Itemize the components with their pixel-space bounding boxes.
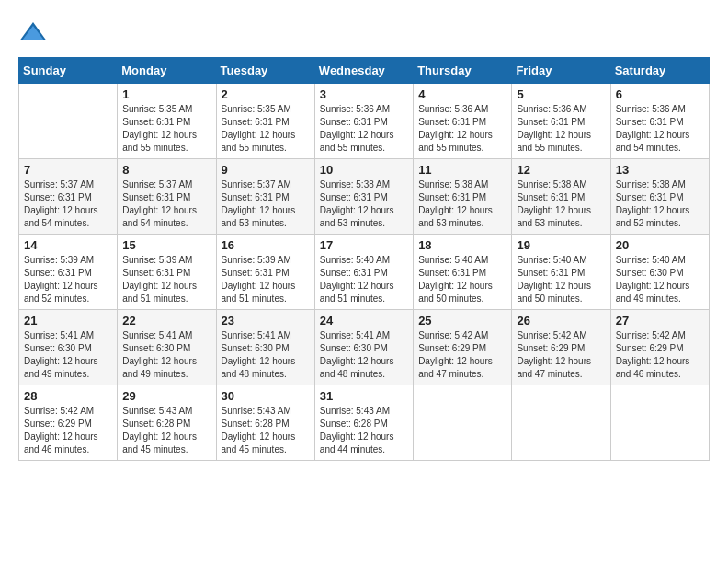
day-number: 17 xyxy=(320,238,408,252)
day-number: 31 xyxy=(320,389,408,403)
calendar-cell: 11Sunrise: 5:38 AM Sunset: 6:31 PM Dayli… xyxy=(414,159,512,235)
weekday-header: Tuesday xyxy=(216,58,314,84)
day-number: 13 xyxy=(616,163,704,177)
day-number: 5 xyxy=(517,87,605,101)
calendar-cell: 18Sunrise: 5:40 AM Sunset: 6:31 PM Dayli… xyxy=(414,235,512,310)
calendar-week-row: 1Sunrise: 5:35 AM Sunset: 6:31 PM Daylig… xyxy=(19,84,710,159)
day-detail: Sunrise: 5:35 AM Sunset: 6:31 PM Dayligh… xyxy=(222,103,310,155)
day-detail: Sunrise: 5:35 AM Sunset: 6:31 PM Dayligh… xyxy=(122,103,210,155)
day-number: 29 xyxy=(122,389,210,403)
day-number: 8 xyxy=(122,163,210,177)
day-detail: Sunrise: 5:40 AM Sunset: 6:30 PM Dayligh… xyxy=(616,254,704,305)
day-detail: Sunrise: 5:42 AM Sunset: 6:29 PM Dayligh… xyxy=(24,405,112,456)
day-number: 12 xyxy=(517,163,605,177)
calendar-cell xyxy=(414,385,512,461)
calendar-cell: 27Sunrise: 5:42 AM Sunset: 6:29 PM Dayli… xyxy=(610,310,709,385)
day-detail: Sunrise: 5:36 AM Sunset: 6:31 PM Dayligh… xyxy=(517,103,605,155)
day-number: 10 xyxy=(320,163,408,177)
calendar-cell: 31Sunrise: 5:43 AM Sunset: 6:28 PM Dayli… xyxy=(314,385,413,461)
calendar-week-row: 28Sunrise: 5:42 AM Sunset: 6:29 PM Dayli… xyxy=(19,385,710,461)
calendar-week-row: 21Sunrise: 5:41 AM Sunset: 6:30 PM Dayli… xyxy=(19,310,710,385)
calendar-cell: 25Sunrise: 5:42 AM Sunset: 6:29 PM Dayli… xyxy=(414,310,512,385)
day-number: 1 xyxy=(122,87,210,101)
day-detail: Sunrise: 5:36 AM Sunset: 6:31 PM Dayligh… xyxy=(320,103,408,155)
day-number: 7 xyxy=(24,163,112,177)
day-number: 23 xyxy=(222,314,310,327)
day-number: 24 xyxy=(320,314,408,327)
day-number: 3 xyxy=(320,87,408,101)
calendar-cell: 14Sunrise: 5:39 AM Sunset: 6:31 PM Dayli… xyxy=(19,235,118,310)
calendar-cell: 3Sunrise: 5:36 AM Sunset: 6:31 PM Daylig… xyxy=(314,84,413,159)
day-number: 14 xyxy=(24,238,112,252)
calendar-cell: 13Sunrise: 5:38 AM Sunset: 6:31 PM Dayli… xyxy=(610,159,709,235)
weekday-header: Sunday xyxy=(19,58,118,84)
day-detail: Sunrise: 5:39 AM Sunset: 6:31 PM Dayligh… xyxy=(122,254,210,305)
day-number: 25 xyxy=(418,314,506,327)
day-detail: Sunrise: 5:42 AM Sunset: 6:29 PM Dayligh… xyxy=(517,329,605,381)
weekday-header: Friday xyxy=(512,58,610,84)
day-detail: Sunrise: 5:38 AM Sunset: 6:31 PM Dayligh… xyxy=(616,178,704,230)
weekday-header: Thursday xyxy=(414,58,512,84)
calendar-header-row: SundayMondayTuesdayWednesdayThursdayFrid… xyxy=(19,58,710,84)
day-number: 9 xyxy=(222,163,310,177)
day-detail: Sunrise: 5:43 AM Sunset: 6:28 PM Dayligh… xyxy=(222,405,310,456)
calendar-cell xyxy=(512,385,610,461)
weekday-header: Saturday xyxy=(610,58,709,84)
day-detail: Sunrise: 5:41 AM Sunset: 6:30 PM Dayligh… xyxy=(320,329,408,381)
calendar-cell: 15Sunrise: 5:39 AM Sunset: 6:31 PM Dayli… xyxy=(118,235,216,310)
day-detail: Sunrise: 5:36 AM Sunset: 6:31 PM Dayligh… xyxy=(418,103,506,155)
calendar-cell: 22Sunrise: 5:41 AM Sunset: 6:30 PM Dayli… xyxy=(118,310,216,385)
calendar-cell: 1Sunrise: 5:35 AM Sunset: 6:31 PM Daylig… xyxy=(118,84,216,159)
day-number: 26 xyxy=(517,314,605,327)
calendar-week-row: 7Sunrise: 5:37 AM Sunset: 6:31 PM Daylig… xyxy=(19,159,710,235)
calendar-cell: 16Sunrise: 5:39 AM Sunset: 6:31 PM Dayli… xyxy=(216,235,314,310)
day-number: 20 xyxy=(616,238,704,252)
day-number: 22 xyxy=(122,314,210,327)
day-number: 18 xyxy=(418,238,506,252)
calendar-table: SundayMondayTuesdayWednesdayThursdayFrid… xyxy=(18,57,710,461)
weekday-header: Monday xyxy=(118,58,216,84)
calendar-cell: 17Sunrise: 5:40 AM Sunset: 6:31 PM Dayli… xyxy=(314,235,413,310)
calendar-cell: 29Sunrise: 5:43 AM Sunset: 6:28 PM Dayli… xyxy=(118,385,216,461)
day-detail: Sunrise: 5:37 AM Sunset: 6:31 PM Dayligh… xyxy=(24,178,112,230)
calendar-cell: 8Sunrise: 5:37 AM Sunset: 6:31 PM Daylig… xyxy=(118,159,216,235)
day-number: 19 xyxy=(517,238,605,252)
calendar-week-row: 14Sunrise: 5:39 AM Sunset: 6:31 PM Dayli… xyxy=(19,235,710,310)
day-number: 27 xyxy=(616,314,704,327)
day-detail: Sunrise: 5:37 AM Sunset: 6:31 PM Dayligh… xyxy=(222,178,310,230)
logo xyxy=(18,18,51,48)
day-detail: Sunrise: 5:42 AM Sunset: 6:29 PM Dayligh… xyxy=(418,329,506,381)
day-detail: Sunrise: 5:36 AM Sunset: 6:31 PM Dayligh… xyxy=(616,103,704,155)
calendar-cell: 2Sunrise: 5:35 AM Sunset: 6:31 PM Daylig… xyxy=(216,84,314,159)
calendar-cell: 28Sunrise: 5:42 AM Sunset: 6:29 PM Dayli… xyxy=(19,385,118,461)
day-number: 15 xyxy=(122,238,210,252)
day-detail: Sunrise: 5:43 AM Sunset: 6:28 PM Dayligh… xyxy=(320,405,408,456)
calendar-cell xyxy=(610,385,709,461)
calendar-cell: 4Sunrise: 5:36 AM Sunset: 6:31 PM Daylig… xyxy=(414,84,512,159)
day-detail: Sunrise: 5:38 AM Sunset: 6:31 PM Dayligh… xyxy=(418,178,506,230)
day-detail: Sunrise: 5:40 AM Sunset: 6:31 PM Dayligh… xyxy=(418,254,506,305)
calendar-cell: 30Sunrise: 5:43 AM Sunset: 6:28 PM Dayli… xyxy=(216,385,314,461)
calendar-cell: 24Sunrise: 5:41 AM Sunset: 6:30 PM Dayli… xyxy=(314,310,413,385)
day-detail: Sunrise: 5:41 AM Sunset: 6:30 PM Dayligh… xyxy=(24,329,112,381)
day-detail: Sunrise: 5:37 AM Sunset: 6:31 PM Dayligh… xyxy=(122,178,210,230)
day-detail: Sunrise: 5:38 AM Sunset: 6:31 PM Dayligh… xyxy=(320,178,408,230)
day-number: 28 xyxy=(24,389,112,403)
calendar-cell: 26Sunrise: 5:42 AM Sunset: 6:29 PM Dayli… xyxy=(512,310,610,385)
day-number: 6 xyxy=(616,87,704,101)
calendar-cell: 19Sunrise: 5:40 AM Sunset: 6:31 PM Dayli… xyxy=(512,235,610,310)
day-detail: Sunrise: 5:42 AM Sunset: 6:29 PM Dayligh… xyxy=(616,329,704,381)
calendar-cell: 12Sunrise: 5:38 AM Sunset: 6:31 PM Dayli… xyxy=(512,159,610,235)
calendar-cell: 5Sunrise: 5:36 AM Sunset: 6:31 PM Daylig… xyxy=(512,84,610,159)
page-header xyxy=(18,18,710,48)
calendar-cell: 9Sunrise: 5:37 AM Sunset: 6:31 PM Daylig… xyxy=(216,159,314,235)
day-detail: Sunrise: 5:41 AM Sunset: 6:30 PM Dayligh… xyxy=(222,329,310,381)
day-number: 11 xyxy=(418,163,506,177)
day-number: 4 xyxy=(418,87,506,101)
calendar-cell xyxy=(19,84,118,159)
day-number: 16 xyxy=(222,238,310,252)
day-detail: Sunrise: 5:40 AM Sunset: 6:31 PM Dayligh… xyxy=(320,254,408,305)
day-number: 2 xyxy=(222,87,310,101)
logo-icon xyxy=(18,18,48,48)
calendar-cell: 21Sunrise: 5:41 AM Sunset: 6:30 PM Dayli… xyxy=(19,310,118,385)
